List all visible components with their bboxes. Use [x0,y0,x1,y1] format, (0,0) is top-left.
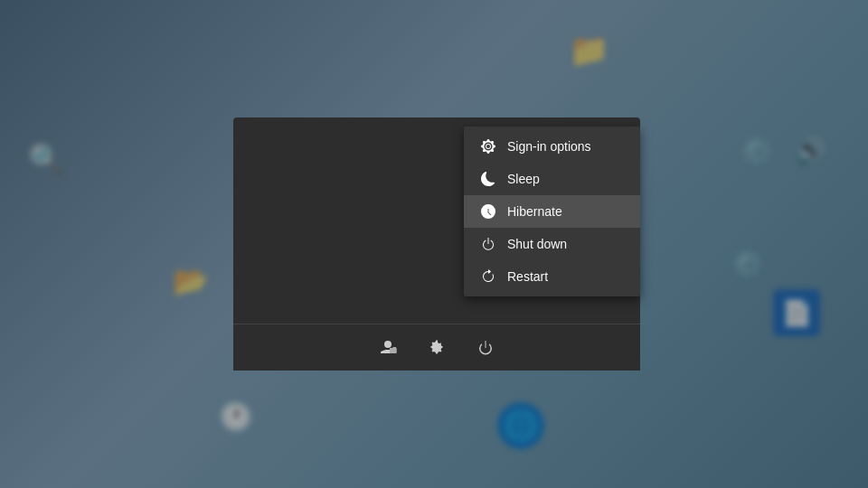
hibernate-icon [480,203,496,220]
sleep-label: Sleep [507,172,540,186]
power-submenu: Sign-in options Sleep [464,127,640,296]
power-submenu-wrapper: Sign-in options Sleep [464,117,640,324]
shut-down-item[interactable]: Shut down [464,228,640,260]
start-menu-content: Sign-in options Sleep [233,117,640,324]
moon-icon [480,171,496,187]
start-menu: Sign-in options Sleep [233,117,640,371]
sign-in-options-item[interactable]: Sign-in options [464,130,640,163]
start-menu-bottom [233,324,640,371]
user-account-button[interactable] [377,337,399,359]
settings-button[interactable] [426,337,448,359]
sleep-item[interactable]: Sleep [464,163,640,195]
gear-icon [480,138,496,155]
sign-in-options-label: Sign-in options [507,139,591,154]
power-off-icon [480,236,496,252]
power-button[interactable] [475,337,496,359]
restart-item[interactable]: Restart [464,260,640,293]
restart-icon [480,268,496,285]
hibernate-item[interactable]: Hibernate [464,195,640,228]
restart-label: Restart [507,269,548,284]
shut-down-label: Shut down [507,237,567,251]
hibernate-label: Hibernate [507,204,562,219]
